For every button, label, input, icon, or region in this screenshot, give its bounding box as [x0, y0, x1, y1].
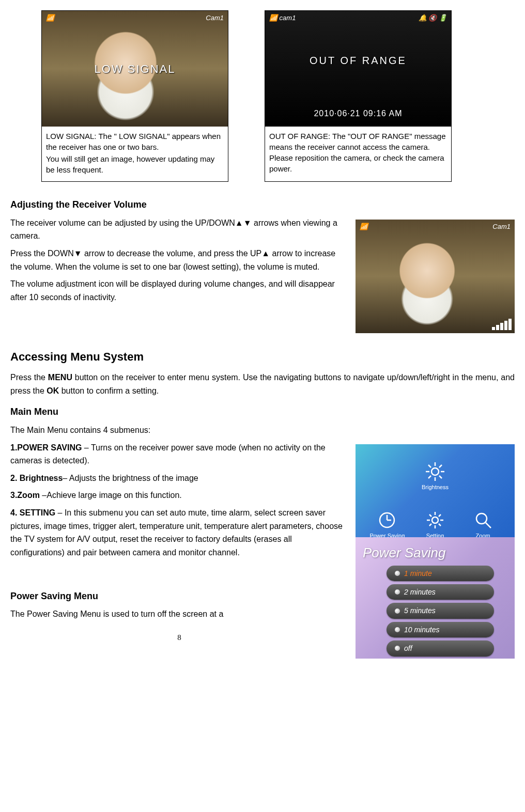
svg-point-13 [476, 513, 487, 524]
power-saving-screenshot: Power Saving 1 minute 2 minutes 5 minute… [356, 537, 515, 659]
svg-point-0 [431, 468, 439, 475]
menu-button-label: MENU [48, 373, 72, 382]
clock-icon [376, 509, 398, 532]
item3-text: –Achieve large image on this function. [40, 491, 182, 499]
item2-bold: 2. Brightness [10, 474, 63, 482]
svg-line-7 [428, 476, 431, 478]
ps-option-4-label: 10 minutes [404, 624, 439, 635]
ps-option-2-label: 2 minutes [404, 586, 436, 598]
volume-screenshot: 📶 Cam1 [356, 220, 515, 333]
ps-option-4: 10 minutes [387, 622, 494, 637]
ps-option-3-label: 5 minutes [404, 605, 436, 616]
gear-icon [424, 509, 446, 532]
radio-icon [395, 608, 400, 614]
menu-label-brightness: Brightness [422, 483, 449, 492]
radio-icon [395, 646, 400, 651]
signal-icon: 📶 [46, 13, 54, 24]
volume-bars-icon [492, 319, 512, 330]
item4-text: – In this submenu you can set auto mute,… [10, 508, 343, 557]
ps-option-3: 5 minutes [387, 603, 494, 618]
low-signal-screenshot: 📶 Cam1 LOW SIGNAL [42, 11, 228, 127]
svg-line-6 [439, 476, 442, 478]
menu-p-post: button to confirm a setting. [59, 386, 159, 395]
ps-option-2: 2 minutes [387, 584, 494, 600]
svg-line-5 [428, 465, 431, 467]
ps-option-5-label: off [404, 643, 412, 654]
item3-bold: 3.Zoom [10, 491, 40, 499]
out-of-range-screenshot: 📶 cam1 🔔 🔇 🔋 OUT OF RANGE 2010·06·21 09:… [265, 11, 451, 127]
camera-label: Cam1 [492, 222, 511, 232]
low-signal-caption-1: LOW SIGNAL: The " LOW SIGNAL" appears wh… [46, 131, 224, 152]
out-of-range-caption-1: OUT OF RANGE: The "OUT OF RANGE" message… [269, 131, 447, 174]
status-left: 📶 cam1 [269, 13, 296, 24]
menu-item-zoom: Zoom [472, 509, 495, 541]
sun-icon [424, 460, 446, 483]
radio-icon [395, 627, 400, 632]
radio-icon [395, 571, 400, 576]
ps-option-1-label: 1 minute [404, 568, 432, 579]
status-right: 🔔 🔇 🔋 [419, 13, 447, 24]
low-signal-caption-2: You will still get an image, however upd… [46, 153, 224, 175]
signal-icon: 📶 [360, 222, 368, 232]
power-saving-options: 1 minute 2 minutes 5 minutes 10 minutes … [387, 566, 494, 657]
menu-item-brightness: Brightness [422, 460, 449, 492]
svg-line-14 [486, 523, 491, 528]
volume-heading: Adjusting the Receiver Volume [10, 197, 515, 212]
menu-system-heading: Accessing Menu System [10, 348, 515, 366]
menu-p-pre: Press the [10, 373, 48, 382]
power-saving-title: Power Saving [363, 542, 445, 564]
svg-point-12 [432, 517, 438, 523]
svg-line-8 [439, 465, 442, 467]
menu-item-power-saving: Power Saving [369, 509, 405, 541]
signal-panels-row: 📶 Cam1 LOW SIGNAL LOW SIGNAL: The " LOW … [41, 10, 484, 182]
ps-option-5: off [387, 641, 494, 656]
low-signal-overlay: LOW SIGNAL [42, 60, 228, 78]
out-of-range-timestamp: 2010·06·21 09:16 AM [265, 107, 451, 120]
out-of-range-caption: OUT OF RANGE: The "OUT OF RANGE" message… [265, 127, 451, 180]
item2-text: – Adjusts the brightness of the image [63, 474, 198, 482]
out-of-range-overlay: OUT OF RANGE [265, 52, 451, 69]
ok-button-label: OK [47, 386, 59, 395]
camera-label: Cam1 [206, 13, 224, 24]
low-signal-caption: LOW SIGNAL: The " LOW SIGNAL" appears wh… [42, 127, 228, 181]
magnifier-icon [472, 509, 495, 532]
out-of-range-panel: 📶 cam1 🔔 🔇 🔋 OUT OF RANGE 2010·06·21 09:… [265, 10, 452, 182]
menu-system-paragraph: Press the MENU button on the receiver to… [10, 371, 515, 397]
low-signal-panel: 📶 Cam1 LOW SIGNAL LOW SIGNAL: The " LOW … [41, 10, 228, 182]
radio-icon [395, 589, 400, 595]
main-menu-intro: The Main Menu contains 4 submenus: [10, 424, 515, 437]
item4-bold: 4. SETTING [10, 508, 55, 517]
menu-item-setting: Setting [424, 509, 446, 541]
main-menu-heading: Main Menu [10, 404, 515, 419]
item1-bold: 1.POWER SAVING [10, 443, 82, 452]
ps-option-1: 1 minute [387, 566, 494, 581]
